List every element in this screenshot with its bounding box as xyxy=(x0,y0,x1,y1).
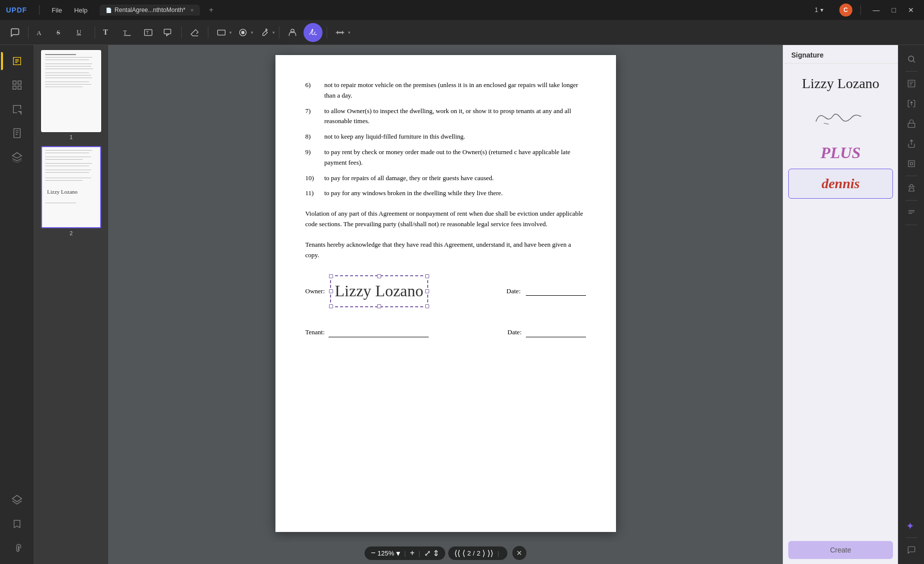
pdf-viewer: 6) not to repair motor vehicle on the pr… xyxy=(108,45,783,564)
page-first-button[interactable]: ⟨⟨ xyxy=(454,548,460,558)
page-prev-button[interactable]: ⟨ xyxy=(462,548,465,558)
eraser-tool[interactable] xyxy=(186,24,204,42)
chat-icon[interactable] xyxy=(902,541,920,559)
comment-tool[interactable] xyxy=(6,24,24,42)
svg-text:A: A xyxy=(37,29,42,37)
page-next-button[interactable]: ⟩ xyxy=(482,548,485,558)
create-signature-button[interactable]: Create xyxy=(788,541,893,559)
handle-bl[interactable] xyxy=(329,304,333,308)
signature-option-handwritten[interactable] xyxy=(788,100,893,137)
organize-icon[interactable] xyxy=(902,204,920,222)
tenant-date-field[interactable] xyxy=(526,328,586,337)
pdf-violation-text: Violation of any part of this Agreement … xyxy=(305,210,583,228)
right-sep1 xyxy=(905,71,917,72)
sidebar-item-reader[interactable] xyxy=(6,50,28,72)
handle-bm[interactable] xyxy=(377,304,381,308)
fit-page-button[interactable]: ⤢ xyxy=(424,548,431,558)
color-tool[interactable] xyxy=(234,24,252,42)
svg-rect-15 xyxy=(13,86,16,89)
thumbnail-panel: 1 Lizzy Lozano xyxy=(34,45,108,564)
document-tab[interactable]: 📄 RentalAgree...nthtoMonth* × xyxy=(100,5,200,16)
shape-tool-arrow[interactable]: ▾ xyxy=(229,30,232,35)
zoom-dropdown-arrow[interactable]: ▾ xyxy=(396,548,400,558)
date-field[interactable] xyxy=(526,287,586,296)
handle-br[interactable] xyxy=(425,304,429,308)
page-last-button[interactable]: ⟩⟩ xyxy=(487,548,493,558)
sidebar-layers-bottom[interactable] xyxy=(6,489,28,511)
version-selector[interactable]: 1 ▾ xyxy=(815,7,823,14)
text-tool[interactable]: T xyxy=(99,24,117,42)
zoom-level-display: 125% xyxy=(378,549,394,557)
protect-icon[interactable] xyxy=(902,115,920,133)
tenant-field[interactable] xyxy=(329,328,429,337)
user-avatar[interactable]: C xyxy=(839,4,852,17)
window-close-button[interactable]: ✕ xyxy=(904,6,918,14)
close-toolbar-button[interactable]: ✕ xyxy=(512,546,526,560)
zoom-in-button[interactable]: + xyxy=(410,548,414,557)
pdf-content-area[interactable]: 6) not to repair motor vehicle on the pr… xyxy=(108,45,783,542)
color-tool-group: ▾ xyxy=(234,24,253,42)
measure-tool-arrow[interactable]: ▾ xyxy=(348,30,351,35)
pdf-text-9: to pay rent by check or money order made… xyxy=(325,147,586,168)
pdf-item-9: 9) to pay rent by check or money order m… xyxy=(305,147,586,168)
thumb-page-2[interactable]: Lizzy Lozano 2 xyxy=(41,146,101,236)
thumb-content-2: Lizzy Lozano xyxy=(42,147,100,227)
text-tool2[interactable]: T xyxy=(119,24,137,42)
sidebar-item-thumbnails[interactable] xyxy=(6,74,28,96)
ocr-icon[interactable] xyxy=(902,75,920,93)
svg-rect-16 xyxy=(18,86,21,89)
zoom-out-button[interactable]: − xyxy=(371,548,375,557)
highlight-tool[interactable]: A xyxy=(33,24,51,42)
handle-tl[interactable] xyxy=(329,274,333,278)
help-menu[interactable]: Help xyxy=(70,5,92,16)
textbox-tool[interactable]: T xyxy=(139,24,157,42)
underline-tool[interactable]: U xyxy=(73,24,91,42)
convert-icon[interactable] xyxy=(902,95,920,113)
sidebar-attachment[interactable] xyxy=(6,537,28,559)
new-tab-button[interactable]: + xyxy=(206,5,217,16)
callout-tool[interactable] xyxy=(159,24,177,42)
sidebar-item-annotations[interactable] xyxy=(6,98,28,120)
stamp-right-icon[interactable] xyxy=(902,179,920,197)
shape-tool[interactable] xyxy=(212,24,230,42)
ai-icon[interactable]: ✦ xyxy=(902,516,920,534)
file-menu[interactable]: File xyxy=(48,5,66,16)
tab-title: RentalAgree...nthtoMonth* xyxy=(115,7,185,14)
sidebar-bookmark[interactable] xyxy=(6,513,28,535)
minimize-button[interactable]: — xyxy=(869,6,884,14)
date-label: Date: xyxy=(506,286,520,297)
handwritten-sig-text xyxy=(809,102,871,135)
signature-selected-box[interactable]: Lizzy Lozano xyxy=(330,275,429,307)
maximize-button[interactable]: □ xyxy=(888,6,900,14)
tab-close-button[interactable]: × xyxy=(190,7,193,13)
handle-ml[interactable] xyxy=(329,289,333,293)
thumb-page-1[interactable]: 1 xyxy=(41,50,101,140)
search-icon[interactable] xyxy=(902,50,920,68)
lizzy-sig-text: Lizzy Lozano xyxy=(802,76,879,92)
compress-icon[interactable] xyxy=(902,155,920,173)
signature-option-dennis[interactable]: dennis xyxy=(788,169,893,199)
stamp-tool[interactable] xyxy=(283,24,301,42)
signature-option-lizzy[interactable]: Lizzy Lozano xyxy=(788,69,893,99)
pen-tool-arrow[interactable]: ▾ xyxy=(272,30,275,35)
handle-tm[interactable] xyxy=(377,274,381,278)
pdf-num-9: 9) xyxy=(305,147,321,168)
current-page-display: 2 xyxy=(467,549,471,557)
signature-option-plus[interactable]: PLUS xyxy=(788,138,893,168)
pdf-violation: Violation of any part of this Agreement … xyxy=(305,209,586,230)
pen-tool[interactable] xyxy=(255,24,273,42)
handle-tr[interactable] xyxy=(425,274,429,278)
strikethrough-tool[interactable]: S xyxy=(53,24,71,42)
sidebar-item-layers[interactable] xyxy=(6,146,28,168)
share-icon[interactable] xyxy=(902,135,920,153)
toolbar-sep4 xyxy=(208,27,208,39)
signature-tool[interactable] xyxy=(303,23,323,42)
fit-width-button[interactable]: ⇕ xyxy=(433,548,439,558)
app-logo: UPDF xyxy=(6,6,27,14)
color-tool-arrow[interactable]: ▾ xyxy=(251,30,253,35)
svg-text:U: U xyxy=(77,29,81,36)
handle-mr[interactable] xyxy=(425,289,429,293)
measure-tool[interactable] xyxy=(331,24,349,42)
sidebar-item-pages[interactable] xyxy=(6,122,28,144)
pdf-text-7: to allow Owner(s) to inspect the dwellin… xyxy=(325,106,586,127)
